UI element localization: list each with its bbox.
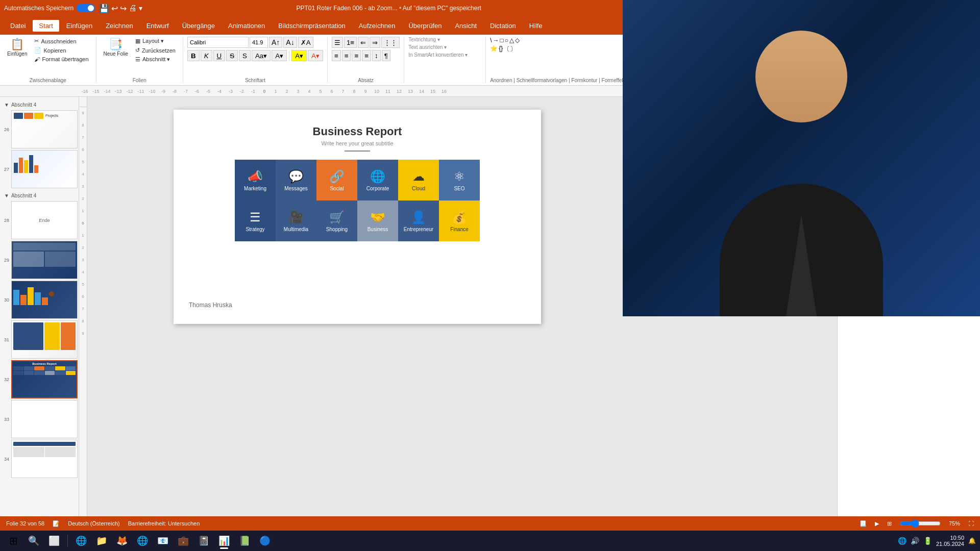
undo-icon[interactable]: ↩ bbox=[111, 4, 118, 13]
shape-curly[interactable]: 〔〕 bbox=[504, 45, 516, 54]
highlight-button[interactable]: A▾ bbox=[291, 50, 307, 61]
teams-button[interactable]: 💼 bbox=[174, 532, 192, 550]
slide-34-thumb[interactable] bbox=[11, 440, 78, 478]
webex-button[interactable]: 🔵 bbox=[256, 532, 274, 550]
slide-27-thumb[interactable] bbox=[11, 150, 78, 188]
explorer-button[interactable]: 📁 bbox=[92, 532, 111, 550]
cell-shopping[interactable]: 🛒 Shopping bbox=[316, 201, 357, 241]
shape-rect[interactable]: □ bbox=[500, 37, 503, 44]
menu-aufzeichnen[interactable]: Aufzeichnen bbox=[353, 20, 402, 32]
redo-icon[interactable]: ↪ bbox=[120, 4, 127, 13]
save-icon[interactable]: 💾 bbox=[99, 4, 109, 13]
slide-26-thumb[interactable]: Projects bbox=[11, 110, 78, 148]
align-right-button[interactable]: ≡ bbox=[352, 50, 361, 61]
menu-uebergaenge[interactable]: Übergänge bbox=[176, 20, 221, 32]
system-tray-sound[interactable]: 🔊 bbox=[911, 537, 919, 545]
cell-marketing[interactable]: 📣 Marketing bbox=[235, 160, 276, 201]
menu-dictation[interactable]: Dictation bbox=[484, 20, 522, 32]
system-tray-battery[interactable]: 🔋 bbox=[923, 537, 932, 545]
align-center-button[interactable]: ≡ bbox=[342, 50, 351, 61]
font-color-button[interactable]: A▾ bbox=[308, 50, 323, 61]
autosave-toggle[interactable] bbox=[77, 4, 95, 12]
section-button[interactable]: ☰ Abschnitt ▾ bbox=[132, 55, 179, 64]
numbering-button[interactable]: 1≡ bbox=[344, 37, 357, 48]
slide-31-thumb[interactable] bbox=[11, 320, 78, 359]
menu-bildschirmpraeentation[interactable]: Bildschirmpräsentation bbox=[272, 20, 352, 32]
powerpoint-button[interactable]: 📊 bbox=[215, 532, 233, 550]
menu-entwurf[interactable]: Entwurf bbox=[140, 20, 175, 32]
notes-icon[interactable]: 📝 bbox=[53, 520, 60, 527]
underline-button[interactable]: U bbox=[213, 50, 226, 61]
shape-arrow[interactable]: → bbox=[493, 37, 499, 44]
zoom-slider[interactable] bbox=[900, 519, 941, 528]
format-painter-button[interactable]: 🖌 Format übertragen bbox=[31, 55, 91, 63]
edge-button[interactable]: 🌐 bbox=[72, 532, 90, 550]
menu-animationen[interactable]: Animationen bbox=[222, 20, 271, 32]
menu-start[interactable]: Start bbox=[33, 20, 59, 32]
paragraph-spacing-button[interactable]: ¶ bbox=[382, 50, 390, 61]
menu-zeichnen[interactable]: Zeichnen bbox=[100, 20, 139, 32]
increase-indent-button[interactable]: ⇒ bbox=[370, 37, 380, 48]
cut-button[interactable]: ✂ Ausschneiden bbox=[31, 37, 91, 45]
italic-button[interactable]: K bbox=[201, 50, 212, 61]
font-size-input[interactable] bbox=[250, 37, 268, 48]
shape-line[interactable]: \ bbox=[490, 37, 492, 44]
slide-29-thumb[interactable] bbox=[11, 241, 78, 279]
cell-entrepreneur[interactable]: 👤 Entrepreneur bbox=[398, 201, 439, 241]
new-slide-button[interactable]: 📑 Neue Folie bbox=[101, 37, 131, 59]
menu-datei[interactable]: Datei bbox=[4, 20, 32, 32]
slide-32-thumb[interactable]: Business Report bbox=[11, 360, 78, 398]
fit-slide-button[interactable]: ⛶ bbox=[968, 520, 974, 527]
onenote-button[interactable]: 📓 bbox=[194, 532, 213, 550]
shape-bracket[interactable]: {} bbox=[499, 45, 503, 54]
cell-business[interactable]: 🤝 Business bbox=[357, 201, 398, 241]
task-view-button[interactable]: ⬜ bbox=[45, 532, 63, 550]
line-spacing-button[interactable]: ↕ bbox=[372, 50, 381, 61]
slide-canvas[interactable]: Business Report Write here your great su… bbox=[174, 110, 541, 324]
cell-multimedia[interactable]: 🎥 Multimedia bbox=[276, 201, 316, 241]
justify-button[interactable]: ≡ bbox=[362, 50, 371, 61]
slide-30-thumb[interactable] bbox=[11, 281, 78, 319]
font-decrease-button[interactable]: A↓ bbox=[283, 37, 297, 48]
search-taskbar-button[interactable]: 🔍 bbox=[24, 532, 43, 550]
customize-icon[interactable]: ▾ bbox=[139, 4, 142, 12]
notes-view-icon[interactable]: 📃 bbox=[860, 520, 867, 527]
cell-cloud[interactable]: ☁ Cloud bbox=[398, 160, 439, 201]
cell-corporate[interactable]: 🌐 Corporate bbox=[357, 160, 398, 201]
cell-seo[interactable]: ⚛ SEO bbox=[439, 160, 480, 201]
shadow-button[interactable]: S bbox=[239, 50, 251, 61]
shape-circle[interactable]: ○ bbox=[505, 37, 508, 44]
shape-triangle[interactable]: △ bbox=[509, 37, 514, 44]
column-button[interactable]: ⋮⋮ bbox=[381, 37, 400, 48]
align-left-button[interactable]: ≡ bbox=[332, 50, 341, 61]
menu-ansicht[interactable]: Ansicht bbox=[449, 20, 483, 32]
slide-28-thumb[interactable]: Ende bbox=[11, 201, 78, 239]
paste-button[interactable]: 📋 Einfügen bbox=[4, 37, 30, 59]
menu-einfuegen[interactable]: Einfügen bbox=[60, 20, 99, 32]
print-icon[interactable]: 🖨 bbox=[129, 4, 137, 13]
menu-hilfe[interactable]: Hilfe bbox=[523, 20, 549, 32]
firefox-button[interactable]: 🦊 bbox=[113, 532, 131, 550]
clock[interactable]: 10:50 21.05.2024 bbox=[936, 535, 964, 547]
cell-finance[interactable]: 💰 Finance bbox=[439, 201, 480, 241]
section-collapse-icon[interactable]: ▼ bbox=[4, 102, 9, 108]
layout-button[interactable]: ▦ Layout ▾ bbox=[132, 37, 179, 45]
shape-diamond[interactable]: ◇ bbox=[515, 37, 520, 44]
cell-social[interactable]: 🔗 Social bbox=[316, 160, 357, 201]
strikethrough-button[interactable]: S bbox=[226, 50, 238, 61]
font-increase-button[interactable]: A↑ bbox=[269, 37, 282, 48]
chrome-button[interactable]: 🌐 bbox=[133, 532, 152, 550]
font-name-input[interactable] bbox=[187, 37, 249, 48]
cell-strategy[interactable]: ☰ Strategy bbox=[235, 201, 276, 241]
notification-button[interactable]: 🔔 bbox=[968, 537, 976, 544]
menu-ueberpruefen[interactable]: Überprüfen bbox=[402, 20, 448, 32]
abschnitt4-collapse[interactable]: ▼ bbox=[4, 193, 9, 198]
slide-show-icon[interactable]: ▶ bbox=[875, 520, 879, 527]
clear-format-button[interactable]: ✗A bbox=[298, 37, 313, 48]
cell-messages[interactable]: 💬 Messages bbox=[276, 160, 316, 201]
case-button[interactable]: A▾ bbox=[272, 50, 287, 61]
start-button[interactable]: ⊞ bbox=[4, 532, 22, 550]
reset-button[interactable]: ↺ Zurücksetzen bbox=[132, 46, 179, 55]
outlook-button[interactable]: 📧 bbox=[154, 532, 172, 550]
view-icons[interactable]: ⊞ bbox=[887, 520, 892, 527]
